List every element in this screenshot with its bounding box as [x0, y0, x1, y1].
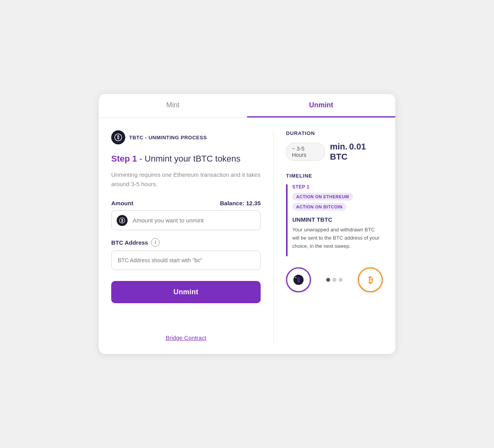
tab-bar: Mint Unmint — [99, 94, 395, 118]
tbtc-coin-circle: ₿ + — [286, 267, 311, 292]
svg-text:₿: ₿ — [297, 277, 300, 283]
bitcoin-coin-circle: ₿ — [358, 267, 383, 292]
duration-badge: ~ 3-5 Hours — [286, 143, 325, 161]
process-title: TBTC - UNMINTING PROCESS — [129, 135, 207, 140]
info-icon[interactable]: i — [151, 238, 160, 247]
timeline-bar-col — [286, 184, 288, 256]
process-header: ₿ TBTC - UNMINTING PROCESS — [111, 130, 261, 144]
svg-text:+: + — [295, 276, 297, 279]
balance-label: Balance: 12.35 — [220, 200, 261, 206]
dot-1 — [326, 278, 330, 282]
btc-address-label: BTC Address — [111, 239, 148, 246]
min-amount: min. 0.01 BTC — [330, 142, 383, 162]
min-amount-unit: BTC — [330, 152, 347, 162]
timeline-bar — [286, 184, 288, 256]
left-panel: ₿ TBTC - UNMINTING PROCESS Step 1 - Unmi… — [111, 130, 274, 345]
dot-3 — [339, 278, 343, 282]
bridge-contract-row: Bridge Contract — [111, 334, 261, 345]
duration-title: DURATION — [286, 130, 383, 136]
flow-visual: ₿ + ₿ — [286, 267, 383, 292]
svg-text:₿: ₿ — [368, 275, 373, 285]
action-bitcoin-badge: ACTION ON BITCOIN — [292, 203, 347, 211]
timeline-content: STEP 1 ACTION ON ETHEREUM ACTION ON BITC… — [292, 184, 383, 256]
svg-text:₿: ₿ — [121, 219, 123, 223]
tbtc-icon: ₿ — [111, 130, 125, 144]
timeline-title: TIMELINE — [286, 173, 383, 179]
tbtc-input-icon: ₿ — [117, 215, 128, 226]
amount-input[interactable] — [111, 210, 261, 230]
timeline-container: STEP 1 ACTION ON ETHEREUM ACTION ON BITC… — [286, 184, 383, 256]
bridge-contract-link[interactable]: Bridge Contract — [165, 334, 206, 341]
btc-address-label-row: BTC Address i — [111, 238, 261, 247]
step-label: Step 1 — [111, 154, 137, 164]
amount-label: Amount — [111, 200, 133, 206]
amount-input-wrapper: ₿ — [111, 210, 261, 230]
svg-text:₿: ₿ — [117, 135, 119, 140]
unmint-button[interactable]: Unmint — [111, 281, 261, 303]
dot-2 — [332, 278, 336, 282]
min-amount-prefix: min. — [330, 142, 347, 151]
tab-unmint[interactable]: Unmint — [247, 94, 395, 117]
action-ethereum-badge: ACTION ON ETHEREUM — [292, 193, 353, 201]
main-content: ₿ TBTC - UNMINTING PROCESS Step 1 - Unmi… — [99, 118, 395, 354]
step-description-inline: - Unmint your tBTC tokens — [139, 154, 240, 164]
dot-row — [314, 278, 355, 282]
unmint-tbtc-desc: Your unwrapped and withdrawn BTC will be… — [292, 226, 383, 250]
amount-row: Amount Balance: 12.35 — [111, 200, 261, 206]
timeline-step-label: STEP 1 — [292, 184, 383, 190]
min-amount-value: 0.01 — [349, 142, 366, 151]
tab-mint[interactable]: Mint — [99, 94, 247, 117]
btc-address-input[interactable] — [111, 251, 261, 270]
step-body: Unminting requires one Ethereum transact… — [111, 170, 261, 189]
duration-row: ~ 3-5 Hours min. 0.01 BTC — [286, 142, 383, 162]
unmint-tbtc-label: UNMINT TBTC — [292, 216, 383, 223]
step-heading: Step 1 - Unmint your tBTC tokens — [111, 154, 261, 164]
right-panel: DURATION ~ 3-5 Hours min. 0.01 BTC TIMEL… — [274, 130, 383, 345]
timeline-item: STEP 1 ACTION ON ETHEREUM ACTION ON BITC… — [286, 184, 383, 256]
